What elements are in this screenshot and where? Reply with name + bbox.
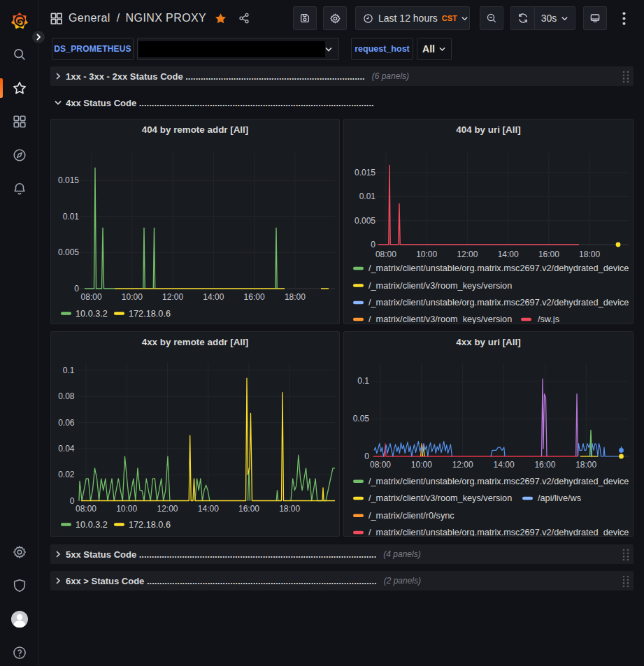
svg-text:0.06: 0.06 <box>58 418 75 428</box>
svg-text:/_matrix/client/v3/room_keys/v: /_matrix/client/v3/room_keys/version <box>368 314 512 324</box>
svg-text:/_matrix/client/r0/sync: /_matrix/client/r0/sync <box>368 511 455 521</box>
svg-text:/_matrix/client/unstable/org.m: /_matrix/client/unstable/org.matrix.msc2… <box>368 477 629 486</box>
svg-text:0: 0 <box>70 496 75 506</box>
svg-text:14:00: 14:00 <box>498 249 519 259</box>
svg-text:0.005: 0.005 <box>58 247 79 257</box>
svg-text:0.1: 0.1 <box>357 376 369 386</box>
svg-text:08:00: 08:00 <box>370 460 391 470</box>
svg-text:/_matrix/client/unstable/org.m: /_matrix/client/unstable/org.matrix.msc2… <box>368 528 629 537</box>
svg-text:0.015: 0.015 <box>355 168 375 178</box>
svg-text:16:00: 16:00 <box>238 504 259 514</box>
svg-text:16:00: 16:00 <box>244 292 265 302</box>
svg-text:16:00: 16:00 <box>534 460 555 470</box>
svg-text:18:00: 18:00 <box>575 460 596 470</box>
svg-text:/_matrix/client/unstable/org.m: /_matrix/client/unstable/org.matrix.msc2… <box>368 263 629 273</box>
svg-text:/_matrix/client/v3/room_keys/v: /_matrix/client/v3/room_keys/version <box>368 281 512 291</box>
svg-text:/_matrix/client/unstable/org.m: /_matrix/client/unstable/org.matrix.msc2… <box>368 298 629 307</box>
svg-text:14:00: 14:00 <box>203 292 224 302</box>
svg-text:18:00: 18:00 <box>285 292 306 302</box>
svg-text:10:00: 10:00 <box>416 249 437 259</box>
svg-text:18:00: 18:00 <box>279 504 300 514</box>
svg-text:0.01: 0.01 <box>359 191 376 201</box>
svg-text:0: 0 <box>364 451 369 461</box>
svg-text:08:00: 08:00 <box>375 249 396 259</box>
svg-text:12:00: 12:00 <box>162 292 183 302</box>
svg-text:12:00: 12:00 <box>157 504 178 514</box>
svg-text:10:00: 10:00 <box>411 460 432 470</box>
svg-text:172.18.0.6: 172.18.0.6 <box>129 520 171 530</box>
svg-text:0: 0 <box>371 240 375 249</box>
svg-text:14:00: 14:00 <box>494 460 515 470</box>
svg-text:10.0.3.2: 10.0.3.2 <box>76 520 108 530</box>
svg-text:/api/live/ws: /api/live/ws <box>538 493 581 503</box>
svg-text:0.005: 0.005 <box>355 216 375 226</box>
svg-text:0.015: 0.015 <box>58 175 79 185</box>
svg-text:12:00: 12:00 <box>457 249 478 259</box>
svg-text:0.02: 0.02 <box>58 470 75 479</box>
svg-text:/_matrix/client/v3/room_keys/v: /_matrix/client/v3/room_keys/version <box>368 493 512 503</box>
svg-text:08:00: 08:00 <box>81 292 102 302</box>
svg-text:0.1: 0.1 <box>63 365 75 375</box>
svg-text:0.01: 0.01 <box>63 212 80 222</box>
svg-text:/sw.js: /sw.js <box>538 314 559 324</box>
svg-text:10:00: 10:00 <box>122 292 143 302</box>
svg-text:12:00: 12:00 <box>452 460 473 470</box>
svg-text:18:00: 18:00 <box>579 249 600 259</box>
svg-text:08:00: 08:00 <box>76 504 96 514</box>
svg-text:0.05: 0.05 <box>353 414 370 424</box>
svg-text:14:00: 14:00 <box>198 504 219 514</box>
svg-text:10.0.3.2: 10.0.3.2 <box>76 309 108 319</box>
svg-text:172.18.0.6: 172.18.0.6 <box>129 309 171 319</box>
svg-text:0: 0 <box>74 284 79 294</box>
svg-text:10:00: 10:00 <box>116 504 137 514</box>
svg-text:0.08: 0.08 <box>58 391 75 401</box>
svg-text:0.04: 0.04 <box>58 444 75 454</box>
svg-text:16:00: 16:00 <box>538 249 559 259</box>
